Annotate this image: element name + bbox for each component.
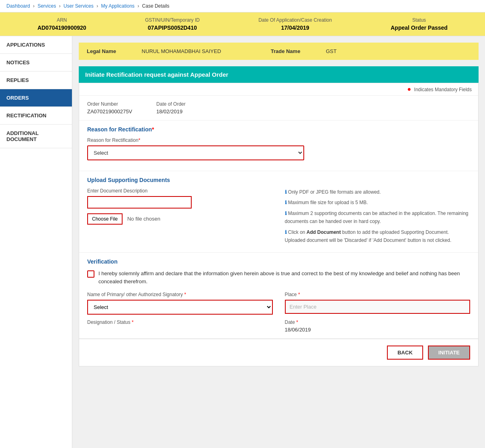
section-header: Initiate Rectification request against A… [79,66,479,83]
arn-info: ARN AD0704190900920 [37,17,86,31]
mandatory-note: ● Indicates Mandatory Fields [79,83,478,96]
legal-bar: Legal Name NURUL MOHAMADBHAI SAIYED Trad… [79,43,479,60]
sidebar-item-additional-document[interactable]: ADDITIONAL DOCUMENT [0,125,72,148]
date-value: 18/06/2019 [285,327,471,333]
date-label: Date * [285,319,471,325]
upload-info: ℹ Only PDF or JPEG file formats are allo… [285,188,471,247]
order-number: Order Number ZA070219000275V [87,101,132,115]
order-info: Order Number ZA070219000275V Date of Ord… [79,96,478,121]
designation-label: Designation / Status * [87,319,273,325]
form-card: ● Indicates Mandatory Fields Order Numbe… [79,83,479,366]
sidebar-item-notices[interactable]: NOTICES [0,54,72,72]
place-input[interactable] [285,300,471,314]
date-info: Date Of Application/Case Creation 17/04/… [258,17,332,31]
declaration-text: I hereby solemnly affirm and declare tha… [98,270,470,285]
breadcrumb-dashboard[interactable]: Dashboard [6,3,30,9]
doc-desc-input[interactable] [87,196,192,209]
sidebar-item-applications[interactable]: APPLICATIONS [0,36,72,54]
main-layout: APPLICATIONS NOTICES REPLIES ORDERS RECT… [0,36,485,448]
status-info: Status Appeal Order Passed [391,17,448,31]
declaration-checkbox[interactable] [87,270,94,278]
action-bar: BACK INITIATE [79,339,478,366]
signatory-label: Name of Primary/ other Authorized Signat… [87,292,273,297]
header-bar: ARN AD0704190900920 GSTIN/UIN/Temporary … [0,12,485,36]
reason-select[interactable]: Select Arithmetical Error Apparent Error… [87,145,304,160]
verification-title: Verification [87,258,470,265]
no-file-text: No file chosen [127,216,160,222]
breadcrumb-case-details: Case Details [142,3,170,9]
sidebar: APPLICATIONS NOTICES REPLIES ORDERS RECT… [0,36,72,448]
breadcrumb-services[interactable]: Services [37,3,56,9]
place-label: Place * [285,292,471,297]
sidebar-item-orders[interactable]: ORDERS [0,89,72,107]
reason-group: Reason for Rectification* Select Arithme… [87,137,470,160]
upload-title: Upload Supporting Documents [87,177,470,183]
reason-section: Reason for Rectification* Reason for Rec… [79,121,478,171]
breadcrumb-user-services[interactable]: User Services [63,3,94,9]
main-content: Legal Name NURUL MOHAMADBHAI SAIYED Trad… [72,36,485,448]
date-of-order: Date of Order 18/02/2019 [156,101,186,115]
verification-section: Verification I hereby solemnly affirm an… [79,253,478,339]
signatory-select[interactable]: Select [87,300,273,315]
initiate-button[interactable]: INITIATE [428,346,470,360]
breadcrumb-my-applications[interactable]: My Applications [101,3,134,9]
reason-title: Reason for Rectification* [87,126,470,133]
gstin-info: GSTIN/UIN/Temporary ID 07APIPS0052D410 [145,17,200,31]
reason-label: Reason for Rectification* [87,137,470,143]
sidebar-item-replies[interactable]: REPLIES [0,72,72,89]
back-button[interactable]: BACK [387,346,423,360]
sidebar-item-rectification[interactable]: RECTIFICATION [0,107,72,125]
breadcrumb: Dashboard › Services › User Services › M… [0,0,485,12]
declaration-row: I hereby solemnly affirm and declare tha… [87,270,470,285]
doc-desc-label: Enter Document Description [87,188,273,194]
choose-file-button[interactable]: Choose File [87,213,123,225]
upload-section: Upload Supporting Documents Enter Docume… [79,171,478,253]
